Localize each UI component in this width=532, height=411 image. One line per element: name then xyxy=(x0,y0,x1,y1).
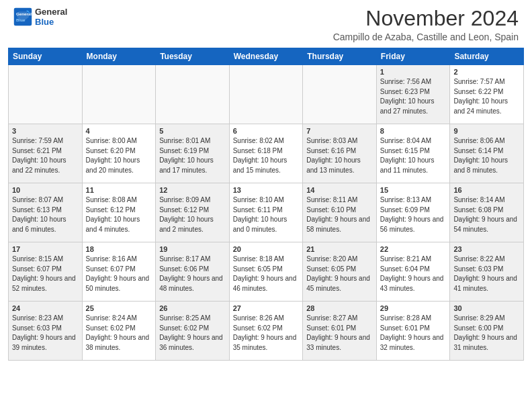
day-cell-16: 16Sunrise: 8:14 AMSunset: 6:08 PMDayligh… xyxy=(450,183,524,242)
day-info: Sunrise: 8:18 AMSunset: 6:05 PMDaylight:… xyxy=(233,255,300,293)
day-cell-14: 14Sunrise: 8:11 AMSunset: 6:10 PMDayligh… xyxy=(303,183,377,242)
day-cell-3: 3Sunrise: 7:59 AMSunset: 6:21 PMDaylight… xyxy=(9,124,83,183)
day-number: 7 xyxy=(306,127,373,135)
day-number: 8 xyxy=(380,127,447,135)
day-cell-2: 2Sunrise: 7:57 AMSunset: 6:22 PMDaylight… xyxy=(450,65,524,124)
day-cell-28: 28Sunrise: 8:27 AMSunset: 6:01 PMDayligh… xyxy=(303,302,377,361)
day-cell-empty xyxy=(156,65,230,124)
day-number: 25 xyxy=(86,304,152,312)
day-cell-11: 11Sunrise: 8:08 AMSunset: 6:12 PMDayligh… xyxy=(82,183,156,242)
day-cell-12: 12Sunrise: 8:09 AMSunset: 6:12 PMDayligh… xyxy=(156,183,230,242)
title-block: November 2024 Campillo de Azaba, Castill… xyxy=(333,7,519,42)
day-number: 19 xyxy=(159,245,226,253)
day-info: Sunrise: 8:06 AMSunset: 6:14 PMDaylight:… xyxy=(453,136,520,175)
day-cell-19: 19Sunrise: 8:17 AMSunset: 6:06 PMDayligh… xyxy=(156,242,230,302)
day-number: 29 xyxy=(380,304,447,312)
day-cell-25: 25Sunrise: 8:24 AMSunset: 6:02 PMDayligh… xyxy=(82,302,156,361)
page-header: General Blue General Blue November 2024 … xyxy=(0,0,532,45)
day-header-friday: Friday xyxy=(376,48,450,65)
day-number: 12 xyxy=(159,186,226,194)
day-info: Sunrise: 8:16 AMSunset: 6:07 PMDaylight:… xyxy=(86,255,152,293)
day-header-sunday: Sunday xyxy=(9,48,83,65)
day-info: Sunrise: 8:04 AMSunset: 6:15 PMDaylight:… xyxy=(380,136,447,175)
day-cell-empty xyxy=(9,65,83,124)
day-info: Sunrise: 7:59 AMSunset: 6:21 PMDaylight:… xyxy=(12,136,79,175)
month-title: November 2024 xyxy=(333,7,519,30)
day-info: Sunrise: 8:23 AMSunset: 6:03 PMDaylight:… xyxy=(12,314,79,353)
day-number: 26 xyxy=(159,304,226,312)
day-info: Sunrise: 8:27 AMSunset: 6:01 PMDaylight:… xyxy=(306,314,373,353)
week-row-1: 1Sunrise: 7:56 AMSunset: 6:23 PMDaylight… xyxy=(9,65,524,124)
day-info: Sunrise: 7:57 AMSunset: 6:22 PMDaylight:… xyxy=(453,77,520,116)
day-info: Sunrise: 8:13 AMSunset: 6:09 PMDaylight:… xyxy=(380,195,447,234)
day-cell-27: 27Sunrise: 8:26 AMSunset: 6:02 PMDayligh… xyxy=(229,302,303,361)
day-info: Sunrise: 8:17 AMSunset: 6:06 PMDaylight:… xyxy=(159,255,226,293)
day-info: Sunrise: 8:26 AMSunset: 6:02 PMDaylight:… xyxy=(233,314,300,353)
day-cell-29: 29Sunrise: 8:28 AMSunset: 6:01 PMDayligh… xyxy=(376,302,450,361)
day-cell-24: 24Sunrise: 8:23 AMSunset: 6:03 PMDayligh… xyxy=(9,302,83,361)
day-header-thursday: Thursday xyxy=(303,48,377,65)
day-info: Sunrise: 8:08 AMSunset: 6:12 PMDaylight:… xyxy=(86,195,152,234)
day-cell-26: 26Sunrise: 8:25 AMSunset: 6:02 PMDayligh… xyxy=(156,302,230,361)
day-number: 1 xyxy=(380,68,447,76)
day-number: 10 xyxy=(12,186,79,194)
day-number: 13 xyxy=(233,186,300,194)
day-number: 18 xyxy=(86,245,152,253)
day-cell-7: 7Sunrise: 8:03 AMSunset: 6:16 PMDaylight… xyxy=(303,124,377,183)
logo: General Blue General Blue xyxy=(13,7,67,27)
svg-text:Blue: Blue xyxy=(16,17,26,22)
day-info: Sunrise: 8:28 AMSunset: 6:01 PMDaylight:… xyxy=(380,314,447,353)
day-header-monday: Monday xyxy=(82,48,156,65)
calendar-table: SundayMondayTuesdayWednesdayThursdayFrid… xyxy=(8,48,524,361)
day-cell-20: 20Sunrise: 8:18 AMSunset: 6:05 PMDayligh… xyxy=(229,242,303,302)
day-info: Sunrise: 8:21 AMSunset: 6:04 PMDaylight:… xyxy=(380,255,447,293)
day-cell-30: 30Sunrise: 8:29 AMSunset: 6:00 PMDayligh… xyxy=(450,302,524,361)
day-number: 22 xyxy=(380,245,447,253)
day-cell-17: 17Sunrise: 8:15 AMSunset: 6:07 PMDayligh… xyxy=(9,242,83,302)
day-number: 30 xyxy=(453,304,520,312)
day-info: Sunrise: 8:02 AMSunset: 6:18 PMDaylight:… xyxy=(233,136,300,175)
week-row-4: 17Sunrise: 8:15 AMSunset: 6:07 PMDayligh… xyxy=(9,242,524,302)
day-cell-5: 5Sunrise: 8:01 AMSunset: 6:19 PMDaylight… xyxy=(156,124,230,183)
week-row-2: 3Sunrise: 7:59 AMSunset: 6:21 PMDaylight… xyxy=(9,124,524,183)
day-cell-6: 6Sunrise: 8:02 AMSunset: 6:18 PMDaylight… xyxy=(229,124,303,183)
day-header-tuesday: Tuesday xyxy=(156,48,230,65)
day-info: Sunrise: 8:09 AMSunset: 6:12 PMDaylight:… xyxy=(159,195,226,234)
day-cell-22: 22Sunrise: 8:21 AMSunset: 6:04 PMDayligh… xyxy=(376,242,450,302)
day-cell-1: 1Sunrise: 7:56 AMSunset: 6:23 PMDaylight… xyxy=(376,65,450,124)
day-number: 27 xyxy=(233,304,300,312)
day-info: Sunrise: 8:24 AMSunset: 6:02 PMDaylight:… xyxy=(86,314,152,353)
day-info: Sunrise: 8:22 AMSunset: 6:03 PMDaylight:… xyxy=(453,255,520,293)
day-number: 23 xyxy=(453,245,520,253)
day-cell-10: 10Sunrise: 8:07 AMSunset: 6:13 PMDayligh… xyxy=(9,183,83,242)
day-number: 24 xyxy=(12,304,79,312)
day-cell-23: 23Sunrise: 8:22 AMSunset: 6:03 PMDayligh… xyxy=(450,242,524,302)
day-info: Sunrise: 8:14 AMSunset: 6:08 PMDaylight:… xyxy=(453,195,520,234)
day-info: Sunrise: 8:03 AMSunset: 6:16 PMDaylight:… xyxy=(306,136,373,175)
day-info: Sunrise: 8:00 AMSunset: 6:20 PMDaylight:… xyxy=(86,136,152,175)
day-info: Sunrise: 8:25 AMSunset: 6:02 PMDaylight:… xyxy=(159,314,226,353)
day-number: 4 xyxy=(86,127,152,135)
day-number: 5 xyxy=(159,127,226,135)
day-number: 16 xyxy=(453,186,520,194)
day-number: 21 xyxy=(306,245,373,253)
week-row-5: 24Sunrise: 8:23 AMSunset: 6:03 PMDayligh… xyxy=(9,302,524,361)
day-number: 3 xyxy=(12,127,79,135)
day-cell-15: 15Sunrise: 8:13 AMSunset: 6:09 PMDayligh… xyxy=(376,183,450,242)
logo-icon: General Blue xyxy=(13,7,32,26)
day-info: Sunrise: 8:20 AMSunset: 6:05 PMDaylight:… xyxy=(306,255,373,293)
logo-text: General Blue xyxy=(35,7,67,27)
day-number: 20 xyxy=(233,245,300,253)
day-cell-empty xyxy=(82,65,156,124)
day-info: Sunrise: 8:10 AMSunset: 6:11 PMDaylight:… xyxy=(233,195,300,234)
day-number: 9 xyxy=(453,127,520,135)
day-cell-21: 21Sunrise: 8:20 AMSunset: 6:05 PMDayligh… xyxy=(303,242,377,302)
day-number: 15 xyxy=(380,186,447,194)
day-cell-empty xyxy=(303,65,377,124)
day-number: 11 xyxy=(86,186,152,194)
day-cell-8: 8Sunrise: 8:04 AMSunset: 6:15 PMDaylight… xyxy=(376,124,450,183)
day-number: 17 xyxy=(12,245,79,253)
day-info: Sunrise: 8:01 AMSunset: 6:19 PMDaylight:… xyxy=(159,136,226,175)
calendar: SundayMondayTuesdayWednesdayThursdayFrid… xyxy=(0,45,532,366)
week-row-3: 10Sunrise: 8:07 AMSunset: 6:13 PMDayligh… xyxy=(9,183,524,242)
